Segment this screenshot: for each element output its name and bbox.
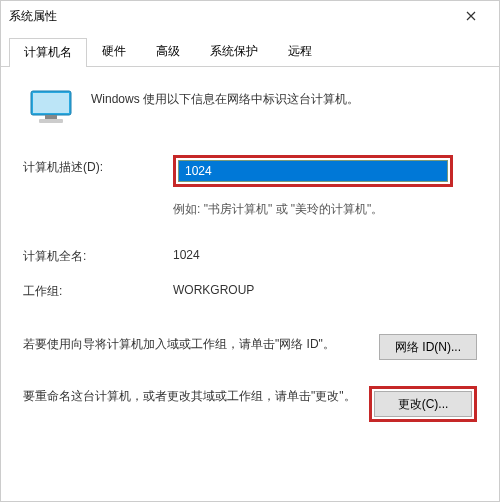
row-rename: 要重命名这台计算机，或者更改其域或工作组，请单击"更改"。 更改(C)... [23, 386, 477, 422]
row-network-id: 若要使用向导将计算机加入域或工作组，请单击"网络 ID"。 网络 ID(N)..… [23, 334, 477, 360]
description-input-highlight [173, 155, 453, 187]
label-workgroup: 工作组: [23, 279, 173, 300]
intro-text: Windows 使用以下信息在网络中标识这台计算机。 [91, 87, 359, 108]
value-workgroup: WORKGROUP [173, 279, 477, 297]
value-fullname: 1024 [173, 244, 477, 262]
titlebar: 系统属性 [1, 1, 499, 31]
description-input[interactable] [178, 160, 448, 182]
row-workgroup: 工作组: WORKGROUP [23, 279, 477, 300]
tab-advanced[interactable]: 高级 [141, 37, 195, 66]
network-id-text: 若要使用向导将计算机加入域或工作组，请单击"网络 ID"。 [23, 334, 367, 354]
network-id-button-wrap: 网络 ID(N)... [379, 334, 477, 360]
label-description: 计算机描述(D): [23, 155, 173, 176]
network-id-button[interactable]: 网络 ID(N)... [379, 334, 477, 360]
row-fullname: 计算机全名: 1024 [23, 244, 477, 265]
tab-remote[interactable]: 远程 [273, 37, 327, 66]
example-text: 例如: "书房计算机" 或 "美玲的计算机"。 [173, 201, 477, 218]
rename-button-highlight: 更改(C)... [369, 386, 477, 422]
svg-rect-3 [39, 119, 63, 123]
svg-rect-1 [33, 93, 69, 113]
change-button[interactable]: 更改(C)... [374, 391, 472, 417]
tab-system-protection[interactable]: 系统保护 [195, 37, 273, 66]
window-title: 系统属性 [9, 8, 451, 25]
close-button[interactable] [451, 1, 491, 31]
svg-rect-2 [45, 115, 57, 119]
computer-icon [29, 89, 73, 125]
tab-hardware[interactable]: 硬件 [87, 37, 141, 66]
tab-content: Windows 使用以下信息在网络中标识这台计算机。 计算机描述(D): 例如:… [1, 67, 499, 458]
tab-strip: 计算机名 硬件 高级 系统保护 远程 [1, 31, 499, 67]
label-fullname: 计算机全名: [23, 244, 173, 265]
tab-computer-name[interactable]: 计算机名 [9, 38, 87, 67]
rename-text: 要重命名这台计算机，或者更改其域或工作组，请单击"更改"。 [23, 386, 357, 406]
close-icon [466, 8, 476, 24]
row-description: 计算机描述(D): [23, 155, 477, 187]
system-properties-window: 系统属性 计算机名 硬件 高级 系统保护 远程 Windows 使用以下信息在网… [0, 0, 500, 502]
intro-row: Windows 使用以下信息在网络中标识这台计算机。 [23, 87, 477, 125]
